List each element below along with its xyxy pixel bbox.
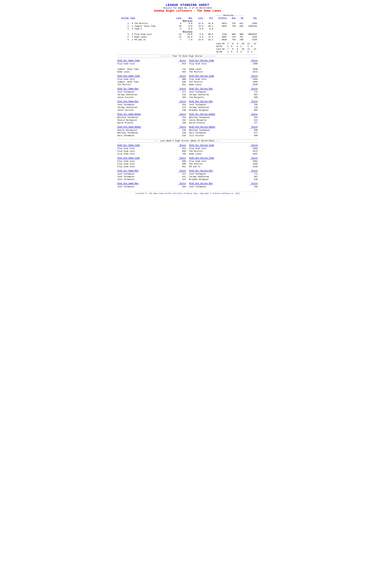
list-item: Jeramy VanVlerah 710 [189, 106, 258, 109]
high-hcp-game-team-grid: High Hcp Game-Team Score Flip Side Coin … [117, 74, 258, 87]
list-item: The Misfits 841 [117, 83, 186, 86]
list-item: Brayden Allgeyer 684 [189, 109, 258, 112]
list-item: Jim Margetta 560 [189, 96, 258, 99]
list-item: Whitney Techmeier 226 [117, 132, 186, 134]
list-item: Karen Prevost 477 [189, 122, 258, 124]
col-gm: Gm [236, 17, 244, 20]
list-item: Sara Techmeier 216 [117, 134, 186, 137]
last-week-scores-section: High Scr Game-Team Score Flip Side Coin … [117, 144, 258, 189]
list-item: Sara Techmeier 577 [189, 132, 258, 134]
col-lost: Lost [193, 17, 204, 20]
col-totpins: TotPins [214, 17, 228, 20]
list-item: Jumpin' Good Time 849 [117, 81, 186, 83]
division-national-header: National [117, 30, 258, 33]
list-item: PB and Js 2326 [189, 165, 258, 168]
list-item: Whitney Techmeier 554 [189, 116, 258, 119]
list-item: The Misfits 2394 [189, 81, 258, 83]
list-item: Sharon Nordquist 191 [117, 119, 186, 122]
list-item: Flip Side Coin 895 [117, 163, 186, 165]
list-item: Josh Techmeier 792 [189, 103, 258, 106]
list-item: Flip Side Coin 2369 [189, 63, 258, 65]
table-row: 2 1 Jumpin' Good Time 10 8.0 13.0 38.1 6… [117, 25, 258, 28]
high-scr-game-team-header: High Scr Game-Team [117, 59, 140, 62]
high-hcp-game-team-header: High Hcp Game-Team [117, 75, 140, 77]
list-item: Jeramy VanVlerah 273 [117, 106, 186, 109]
list-item: Jenna Margetta 521 [189, 119, 258, 122]
league-name: Sunday Night Leftovers - The Dome Lanes [117, 9, 258, 12]
lane-schedule: Lane No 7 - 8 9 - 10 11 - 12 10/01 2 6 4… [117, 42, 258, 53]
list-item: Flip Side Coin 800 [117, 150, 186, 153]
list-item: Sharon Nordquist 228 [117, 129, 186, 132]
col-pct: Pct [204, 17, 214, 20]
lw-high-hcp-game-men-grid: High Hcp Game-Men Score Josh Techmeier 2… [117, 182, 258, 189]
high-scr-series-team-score-header: Score [250, 59, 258, 62]
table-row: 1 6 The Misfits 8 9.0 12.0 42.9 6621 735… [117, 22, 258, 25]
list-item: Flip Side Coin 2654 [189, 160, 258, 163]
list-item: Flip Side Coin 908 [117, 160, 186, 163]
list-item: Flip Side Coin 908 [117, 78, 186, 81]
col-team: Team [129, 17, 173, 20]
list-item [117, 65, 186, 68]
footer: Licensed To: The Dome Lanes Perfect Secr… [117, 192, 258, 194]
col-ser: Ser [244, 17, 258, 20]
list-item: Josh Techmeier 771 [189, 91, 258, 93]
list-item: Josh Techmeier 771 [189, 173, 258, 175]
list-item: Josh Techmeier 247 [117, 178, 186, 181]
list-item: Dome Lanes 2336 [189, 83, 258, 86]
table-row: 3 4 Team 4 9 0.0 0.0 0.0 [117, 28, 258, 30]
list-item: Josh Techmeier 277 [117, 91, 186, 93]
table-row: 2 3 Dome Lanes 11 15.0 6.0 71.4 6697 744… [117, 36, 258, 38]
col-pos: PosTm# [117, 17, 129, 20]
table-row: 1 5 Flip Side Coin 12 19.0 2.0 90.5 7282… [117, 33, 258, 36]
list-item: Flip Side Coin 756 [117, 153, 186, 155]
list-item: Jason Corsten 203 [117, 96, 186, 99]
list-item: Flip Side Coin 813 [117, 63, 186, 65]
list-item: Josh Techmeier 284 [117, 185, 186, 188]
list-item: Josh Techmeier 284 [117, 103, 186, 106]
list-item: Jeramy VanVlerah 587 [189, 175, 258, 178]
list-item: Brayden Allgeyer 510 [189, 178, 258, 181]
list-item: Jeramy VanVlerah 232 [117, 93, 186, 96]
list-item: Whitney Techmeier 589 [189, 129, 258, 132]
list-item: Josh Techmeier 277 [117, 173, 186, 175]
lw-high-scr-game-men-grid: High Scr Game-Men Score Josh Techmeier 2… [117, 169, 258, 182]
list-item: The Misfits 1872 [189, 71, 258, 73]
list-item: Flip Side Coin 851 [117, 165, 186, 168]
list-item: Jumpin' Good Time 712 [117, 68, 186, 71]
high-scr-game-men-grid: High Scr Game-Men Score Josh Techmeier 2… [117, 87, 258, 100]
page-title: LEAGUE STANDING SHEET [117, 3, 258, 7]
list-item: Jeramy VanVlerah 587 [189, 93, 258, 96]
table-row: 3 2 PB and Js 7 7.0 14.0 33.3 6839 759 7… [117, 38, 258, 41]
standings-table: ------Handicap-------- PosTm# Team Lane … [117, 14, 258, 41]
list-item: Flip Side Coin 2369 [189, 147, 258, 150]
high-scr-game-team-grid: High Scr Game-Team Score Flip Side Coin … [117, 59, 258, 74]
handicap-header: ------Handicap-------- [214, 14, 244, 17]
list-item: Whitney Techmeier 213 [117, 116, 186, 119]
list-item: Jill Corsten 568 [189, 134, 258, 137]
list-item: Dome Lanes 1822 [189, 153, 258, 155]
col-lane: Lane [173, 17, 182, 20]
lw-high-scr-game-team-grid: High Scr Game-Team Score Flip Side Coin … [117, 144, 258, 157]
high-scr-game-team-score-header: Score [178, 59, 186, 62]
subtitle: Results for Week No. 3 of 32 09/24/2023 [117, 7, 258, 9]
list-item: Josh Techmeier 792 [189, 185, 258, 188]
list-item: Dome Lanes 2048 [189, 68, 258, 71]
ytd-title: ---------- Year To Date High Scores ----… [117, 54, 258, 58]
list-item: Josh Techmeier 247 [117, 175, 186, 178]
list-item: Dome Lanes 691 [117, 71, 186, 73]
list-item: Flip Side Coin 813 [117, 147, 186, 150]
col-ave: Ave [228, 17, 236, 20]
high-scr-game-women-grid: High Scr Game-Women Score Whitney Techme… [117, 113, 258, 126]
list-item: Flip Side Coin 2654 [189, 78, 258, 81]
list-item: Karen Prevost 189 [117, 122, 186, 124]
high-hcp-game-men-grid: High Hcp Game-Men Score Josh Techmeier 2… [117, 100, 258, 113]
list-item: Jason Corsten 239 [117, 109, 186, 112]
high-hcp-series-team-header: High Hcp Series-Team [189, 75, 214, 77]
last-week-title: ---- Last Week's High Scores (Week of 09… [117, 139, 258, 143]
lw-high-hcp-game-team-grid: High Hcp Game-Team Score Flip Side Coin … [117, 157, 258, 169]
ytd-scores-section: High Scr Game-Team Score Flip Side Coin … [117, 59, 258, 138]
col-won: Won [182, 17, 193, 20]
list-item: The Misfits 1872 [189, 150, 258, 153]
list-item: The Misfits 2394 [189, 163, 258, 165]
list-item [189, 65, 258, 68]
